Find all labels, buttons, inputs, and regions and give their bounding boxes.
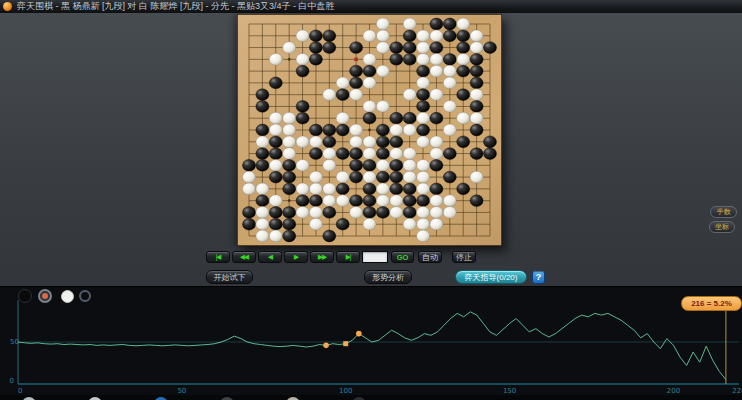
white-stone	[363, 53, 376, 65]
black-stone	[243, 207, 256, 219]
white-stone	[296, 136, 309, 148]
black-stone	[457, 42, 470, 54]
move-numbers-toggle-button[interactable]: 手数	[710, 206, 737, 218]
black-stone	[403, 183, 416, 195]
black-stone	[470, 77, 483, 89]
black-stone	[403, 112, 416, 124]
black-stone	[256, 89, 269, 101]
ai-guide-button[interactable]: 弈天指导(0/20)	[455, 270, 527, 284]
black-stone	[443, 171, 456, 183]
svg-text:220: 220	[732, 387, 742, 395]
toggle-white-line[interactable]	[61, 290, 74, 303]
black-stone	[470, 195, 483, 207]
black-stone	[417, 101, 430, 113]
black-stone	[390, 171, 403, 183]
white-stone	[376, 159, 389, 171]
nav-back-button[interactable]: ◀	[258, 251, 282, 263]
white-stone	[470, 171, 483, 183]
black-stone	[457, 89, 470, 101]
black-stone	[417, 195, 430, 207]
white-stone	[457, 53, 470, 65]
white-stone	[336, 77, 349, 89]
white-stone	[417, 230, 430, 242]
black-stone	[430, 183, 443, 195]
black-stone	[390, 53, 403, 65]
black-stone	[390, 183, 403, 195]
black-stone	[363, 159, 376, 171]
black-stone	[309, 195, 322, 207]
nav-fast-back-icon: ◀◀	[240, 253, 248, 261]
svg-text:150: 150	[503, 387, 516, 395]
black-stone	[403, 42, 416, 54]
go-board[interactable]	[237, 14, 502, 246]
black-stone	[296, 195, 309, 207]
coordinates-toggle-button[interactable]: 坐标	[709, 221, 735, 233]
black-stone	[403, 207, 416, 219]
black-stone	[350, 65, 363, 77]
white-stone	[256, 207, 269, 219]
go-board-svg[interactable]	[237, 14, 502, 246]
white-stone	[403, 171, 416, 183]
white-stone	[417, 53, 430, 65]
white-stone	[430, 195, 443, 207]
black-stone	[256, 148, 269, 160]
nav-last-icon: ▶|	[346, 253, 351, 261]
svg-text:200: 200	[667, 387, 680, 395]
white-stone	[417, 42, 430, 54]
black-stone	[470, 53, 483, 65]
svg-text:0: 0	[18, 387, 22, 395]
white-stone	[296, 183, 309, 195]
black-stone	[309, 148, 322, 160]
white-stone	[309, 183, 322, 195]
go-button[interactable]: GO	[391, 251, 414, 263]
white-stone	[430, 53, 443, 65]
white-stone	[430, 136, 443, 148]
black-stone	[457, 65, 470, 77]
white-stone	[417, 30, 430, 42]
white-stone	[269, 230, 282, 242]
black-stone	[443, 148, 456, 160]
white-stone	[243, 171, 256, 183]
win-rate-chart[interactable]: 050100150200220500	[0, 287, 742, 396]
white-stone	[309, 207, 322, 219]
toggle-off[interactable]	[79, 290, 91, 302]
white-stone	[323, 159, 336, 171]
black-stone	[376, 136, 389, 148]
stop-button[interactable]: 停止	[452, 251, 476, 263]
situation-analysis-button[interactable]: 形势分析	[364, 270, 412, 284]
nav-forward-button[interactable]: ▶	[284, 251, 308, 263]
nav-fast-forward-button[interactable]: ▶▶	[310, 251, 334, 263]
black-stone	[323, 42, 336, 54]
white-stone	[256, 183, 269, 195]
black-stone	[390, 112, 403, 124]
white-stone	[283, 112, 296, 124]
black-stone	[283, 218, 296, 230]
nav-fast-back-button[interactable]: ◀◀	[232, 251, 256, 263]
black-stone	[243, 218, 256, 230]
windows-taskbar[interactable]	[0, 395, 742, 400]
toggle-current-selected[interactable]	[38, 289, 52, 303]
black-stone	[350, 195, 363, 207]
toggle-black-line[interactable]	[18, 289, 32, 303]
white-stone	[403, 18, 416, 30]
black-stone	[283, 183, 296, 195]
white-stone	[296, 207, 309, 219]
black-stone	[443, 53, 456, 65]
black-stone	[256, 195, 269, 207]
start-trial-button[interactable]: 开始试下	[206, 270, 253, 284]
white-stone	[430, 207, 443, 219]
black-stone	[269, 148, 282, 160]
white-stone	[309, 171, 322, 183]
white-stone	[457, 112, 470, 124]
move-number-input[interactable]	[362, 251, 388, 263]
white-stone	[256, 230, 269, 242]
help-button[interactable]: ?	[532, 270, 545, 284]
nav-last-button[interactable]: ▶|	[336, 251, 360, 263]
white-stone	[403, 218, 416, 230]
white-stone	[336, 195, 349, 207]
auto-play-button[interactable]: 自动	[418, 251, 442, 263]
black-stone	[323, 207, 336, 219]
white-stone	[376, 30, 389, 42]
white-stone	[417, 183, 430, 195]
nav-first-button[interactable]: |◀	[206, 251, 230, 263]
